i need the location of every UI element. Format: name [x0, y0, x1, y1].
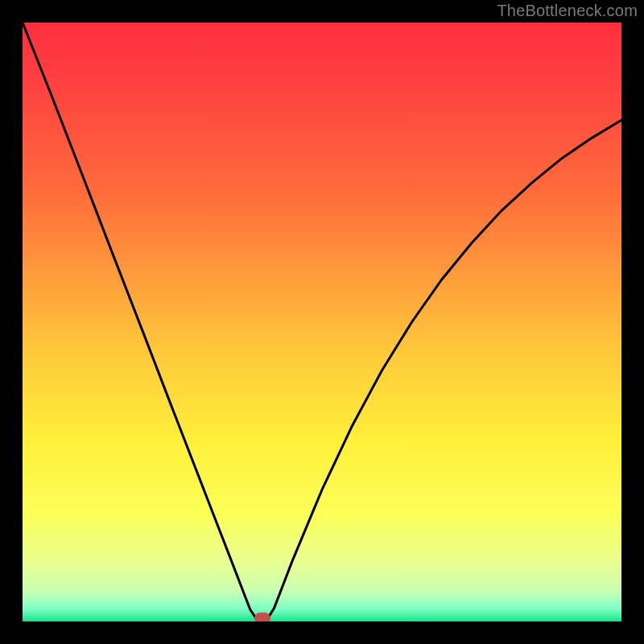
- plot-area: [23, 23, 621, 621]
- bottleneck-curve: [23, 23, 621, 621]
- optimal-point-marker: [254, 613, 270, 621]
- chart-frame: TheBottleneck.com: [0, 0, 644, 644]
- watermark-text: TheBottleneck.com: [497, 2, 638, 20]
